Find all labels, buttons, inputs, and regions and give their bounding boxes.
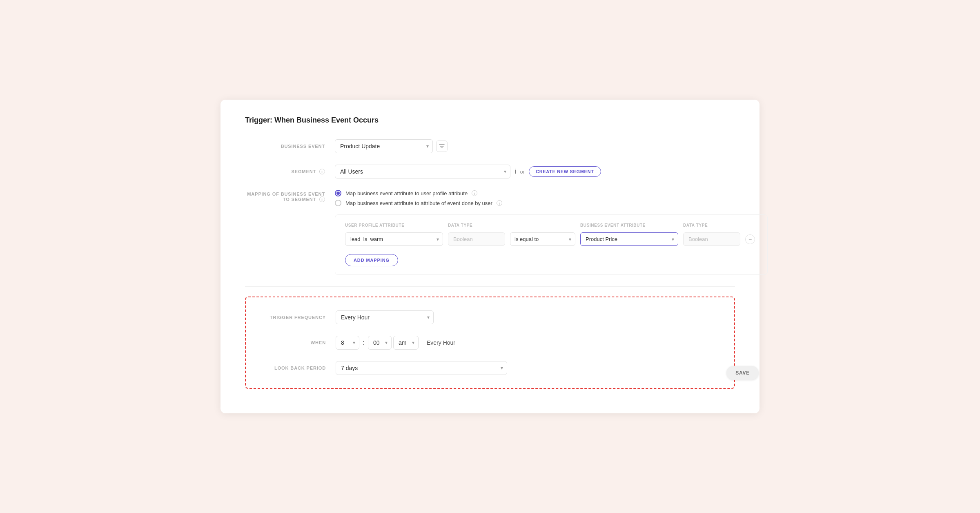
business-event-row: BUSINESS EVENT Product Update Order Plac… [245,139,735,153]
data-type-cell: Boolean [448,232,505,246]
trigger-frequency-row: TRIGGER FREQUENCY Every Hour Every Day E… [246,310,718,324]
radio-circle-1 [335,190,341,196]
when-row: WHEN 1234 5678 9101112 : 00153045 [246,336,718,350]
data-type2-field: Boolean [683,232,740,246]
header-action [745,223,757,228]
period-select[interactable]: ampm [393,336,419,350]
mapping-info-icon[interactable]: i [319,196,325,202]
biz-attr-cell: Product Price [580,232,678,246]
data-type-field: Boolean [448,232,505,246]
business-event-select[interactable]: Product Update Order Placed Page Viewed [335,139,433,153]
or-text: or [520,169,525,175]
radio1-info-icon[interactable]: i [472,190,477,196]
header-biz-attr: BUSINESS EVENT ATTRIBUTE [580,223,678,228]
segment-select-wrapper: All Users Active Users New Users [335,165,510,178]
dashed-section: TRIGGER FREQUENCY Every Hour Every Day E… [245,297,735,389]
trigger-frequency-select[interactable]: Every Hour Every Day Every Week Every Mo… [336,310,434,324]
radio-label-1: Map business event attribute to user pro… [345,190,468,196]
business-event-label: BUSINESS EVENT [245,144,335,149]
minute-select[interactable]: 00153045 [368,336,392,350]
header-condition [510,223,575,228]
period-select-wrapper: ampm [393,336,419,350]
mapping-headers: USER PROFILE ATTRIBUTE DATA TYPE BUSINES… [345,223,757,228]
look-back-row: LOOK BACK PERIOD 1 day 3 days 7 days 14 … [246,361,718,375]
trigger-frequency-select-wrapper: Every Hour Every Day Every Week Every Mo… [336,310,434,324]
condition-select[interactable]: is equal to is not equal to [510,232,575,246]
segment-label: SEGMENT i [245,169,335,174]
radio-label-2: Map business event attribute to attribut… [345,200,492,206]
when-time-controls: 1234 5678 9101112 : 00153045 ampm Ev [336,336,455,350]
user-attr-select-wrapper: lead_is_warm [345,232,443,246]
condition-select-wrapper: is equal to is not equal to [510,232,575,246]
user-attr-cell: lead_is_warm [345,232,443,246]
page-title: Trigger: When Business Event Occurs [245,116,735,125]
business-event-controls: Product Update Order Placed Page Viewed [335,139,448,153]
mapping-content: Map business event attribute to user pro… [335,190,768,275]
mapping-label: MAPPING OF BUSINESS EVENT TO SEGMENT i [245,190,335,202]
header-data-type2: DATA TYPE [683,223,740,228]
radio-option-2[interactable]: Map business event attribute to attribut… [335,200,768,206]
look-back-label: LOOK BACK PERIOD [246,366,336,370]
radio-option-1[interactable]: Map business event attribute to user pro… [335,190,768,196]
add-mapping-button[interactable]: ADD MAPPING [345,254,398,266]
filter-icon[interactable] [436,141,448,152]
hour-select[interactable]: 1234 5678 9101112 [336,336,359,350]
trigger-frequency-label: TRIGGER FREQUENCY [246,315,336,320]
time-separator: : [361,339,366,347]
segment-select[interactable]: All Users Active Users New Users [335,165,510,178]
biz-attr-select-wrapper: Product Price [580,232,678,246]
segment-controls: All Users Active Users New Users i or CR… [335,165,601,178]
look-back-select-wrapper: 1 day 3 days 7 days 14 days 30 days [336,361,507,375]
user-attr-select[interactable]: lead_is_warm [345,232,443,246]
mapping-table: USER PROFILE ATTRIBUTE DATA TYPE BUSINES… [335,214,768,275]
header-data-type: DATA TYPE [448,223,505,228]
segment-info-icon[interactable]: i [319,169,325,174]
segment-row: SEGMENT i All Users Active Users New Use… [245,165,735,178]
radio-circle-2 [335,200,341,206]
remove-btn-cell: − [745,234,757,244]
radio2-info-icon[interactable]: i [497,200,502,206]
segment-info-icon2[interactable]: i [514,168,516,175]
hour-select-wrapper: 1234 5678 9101112 [336,336,359,350]
header-user-attr: USER PROFILE ATTRIBUTE [345,223,443,228]
when-label: WHEN [246,340,336,345]
every-hour-label: Every Hour [427,339,455,346]
biz-attr-select[interactable]: Product Price [580,232,678,246]
mapping-data-row: lead_is_warm Boolean is equal to is not … [345,232,757,246]
create-segment-button[interactable]: CREATE NEW SEGMENT [529,166,601,177]
remove-mapping-button[interactable]: − [745,234,755,244]
look-back-select[interactable]: 1 day 3 days 7 days 14 days 30 days [336,361,507,375]
condition-cell: is equal to is not equal to [510,232,575,246]
main-card: Trigger: When Business Event Occurs BUSI… [220,100,760,413]
data-type2-cell: Boolean [683,232,740,246]
minute-select-wrapper: 00153045 [368,336,392,350]
mapping-row: MAPPING OF BUSINESS EVENT TO SEGMENT i M… [245,190,735,275]
save-button[interactable]: SAVE [726,366,759,380]
business-event-select-wrapper: Product Update Order Placed Page Viewed [335,139,433,153]
divider [245,286,735,287]
